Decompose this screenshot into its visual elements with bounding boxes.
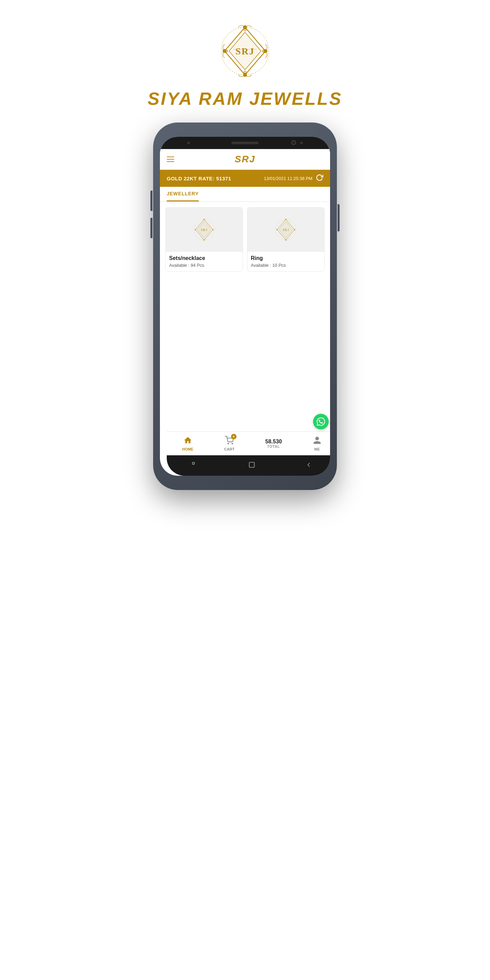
- app-header-logo: SRJ: [235, 154, 255, 165]
- svg-point-17: [204, 219, 205, 220]
- app-content: SRJ GOLD 22KT RATE: 51371 13/01/2021 11:…: [160, 149, 330, 455]
- system-home-icon: [248, 461, 255, 468]
- gold-rate-datetime: 13/01/2021 11:25:38 PM: [264, 176, 312, 181]
- cart-icon-wrap: 6: [225, 436, 234, 446]
- product-image-sets-necklace: SRJ: [166, 208, 243, 252]
- recent-apps-button[interactable]: [192, 461, 198, 469]
- vol-down-button: [150, 218, 153, 238]
- hamburger-line-1: [167, 156, 174, 157]
- nav-home-label: HOME: [182, 447, 193, 451]
- phone-system-nav: [167, 455, 330, 476]
- nav-total-amount: 58.530: [266, 439, 282, 445]
- system-back-icon: [305, 461, 312, 468]
- svg-point-26: [285, 219, 286, 220]
- nav-item-home[interactable]: HOME: [182, 436, 193, 451]
- product-info-ring: Ring Available : 10 Pcs: [247, 252, 324, 271]
- hamburger-line-3: [167, 161, 174, 162]
- svg-point-9: [244, 71, 246, 73]
- home-icon: [183, 436, 192, 445]
- product-available-ring: Available : 10 Pcs: [251, 263, 321, 268]
- tab-jewellery[interactable]: JEWELLERY: [167, 187, 199, 202]
- svg-point-20: [195, 229, 196, 231]
- brand-logo: SRJ: [215, 21, 275, 82]
- hamburger-line-2: [167, 159, 174, 159]
- product-info-sets-necklace: Sets/necklace Available : 94 Pcs: [166, 252, 243, 271]
- nav-me-label: ME: [314, 447, 320, 451]
- bottom-navigation: HOME 6 CART 58.530 TOTAL: [167, 431, 330, 455]
- brand-section: SRJ SIYA RAM JEWELLS: [148, 0, 342, 109]
- cart-badge: 6: [231, 434, 237, 439]
- phone-device: SRJ GOLD 22KT RATE: 51371 13/01/2021 11:…: [153, 123, 337, 490]
- recent-apps-icon: [192, 461, 198, 468]
- product-name-ring: Ring: [251, 255, 321, 261]
- svg-text:SRJ: SRJ: [201, 228, 208, 232]
- proximity-sensor: [300, 142, 303, 144]
- nav-item-total: 58.530 TOTAL: [266, 439, 282, 449]
- svg-point-18: [212, 229, 214, 231]
- hamburger-menu-button[interactable]: [167, 156, 174, 162]
- product-image-ring: SRJ: [247, 208, 324, 252]
- nav-cart-label: CART: [224, 447, 235, 451]
- speaker: [231, 142, 259, 144]
- product-name-sets-necklace: Sets/necklace: [169, 255, 239, 261]
- product-available-sets-necklace: Available : 94 Pcs: [169, 263, 239, 268]
- svg-rect-34: [192, 463, 195, 465]
- nav-item-cart[interactable]: 6 CART: [224, 436, 235, 451]
- svg-point-33: [232, 443, 232, 444]
- power-button: [337, 204, 340, 231]
- person-icon: [313, 436, 321, 445]
- app-header: SRJ: [160, 149, 330, 170]
- brand-title: SIYA RAM JEWELLS: [148, 89, 342, 109]
- svg-point-27: [294, 229, 295, 231]
- status-bar: [160, 137, 330, 149]
- svg-point-28: [285, 239, 286, 240]
- svg-point-7: [244, 29, 246, 31]
- svg-text:SRJ: SRJ: [235, 46, 255, 56]
- products-grid: SRJ Sets/necklace Available : 94 Pcs: [160, 202, 330, 277]
- svg-point-19: [204, 239, 205, 240]
- vol-up-button: [150, 191, 153, 211]
- gold-rate-label: GOLD 22KT RATE: 51371: [167, 176, 231, 181]
- svg-text:SRJ: SRJ: [282, 228, 289, 232]
- system-home-button[interactable]: [248, 461, 255, 469]
- whatsapp-icon: [316, 417, 326, 426]
- gold-rate-right: 13/01/2021 11:25:38 PM: [264, 174, 323, 183]
- front-sensor: [187, 142, 190, 144]
- tab-section: JEWELLERY: [160, 187, 330, 202]
- phone-screen: SRJ GOLD 22KT RATE: 51371 13/01/2021 11:…: [160, 137, 330, 476]
- svg-point-29: [276, 229, 278, 231]
- svg-point-32: [228, 443, 229, 444]
- gold-rate-bar: GOLD 22KT RATE: 51371 13/01/2021 11:25:3…: [160, 170, 330, 187]
- svg-rect-35: [249, 463, 254, 468]
- system-back-button[interactable]: [305, 461, 312, 469]
- product-card-ring[interactable]: SRJ Ring Available : 10 Pcs: [247, 207, 325, 272]
- whatsapp-button[interactable]: [313, 414, 329, 430]
- home-icon-wrap: [183, 436, 192, 446]
- front-camera: [291, 140, 296, 145]
- refresh-icon[interactable]: [316, 174, 323, 183]
- nav-item-me[interactable]: ME: [313, 436, 321, 451]
- person-icon-wrap: [313, 436, 321, 446]
- nav-total-label: TOTAL: [267, 445, 280, 449]
- product-card-sets-necklace[interactable]: SRJ Sets/necklace Available : 94 Pcs: [165, 207, 243, 272]
